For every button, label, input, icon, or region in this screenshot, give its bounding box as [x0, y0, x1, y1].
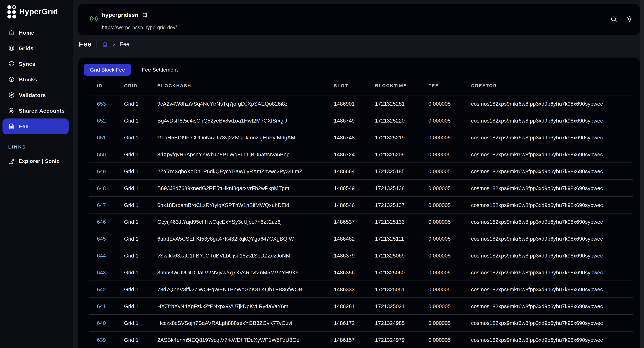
cube-icon [8, 76, 15, 83]
table-row: 644Grid 1vSwfkk63xaC1FBYoGTdBVLbUjsu18zs… [89, 247, 633, 264]
row-creator: cosmos182xps9mkr6w8fpp3xd9p6yhu7k98x690s… [463, 117, 633, 124]
row-slot: 1486748 [326, 134, 367, 140]
row-fee: 0.000005 [421, 337, 463, 343]
row-grid: Grid 1 [116, 269, 150, 275]
row-blocktime: 1721324979 [367, 337, 421, 343]
row-slot: 1486664 [326, 168, 367, 174]
tab-grid-block-fee[interactable]: Grid Block Fee [84, 64, 131, 76]
row-grid: Grid 1 [116, 168, 150, 174]
links-heading: LINKS [8, 144, 73, 149]
rpc-url: https://wsrpc-hssn.hypergrid.dev/ [102, 25, 177, 31]
sidebar-item-validators[interactable]: Validators [2, 87, 68, 103]
row-grid: Grid 1 [116, 202, 150, 208]
row-slot: 1486172 [326, 320, 367, 326]
row-blocktime: 1721325281 [367, 101, 421, 107]
hypergrid-logo-icon [7, 6, 16, 19]
row-grid: Grid 1 [116, 134, 150, 140]
row-blocktime: 1721325138 [367, 185, 421, 191]
table-row: 647Grid 16hx18DroamBroCLzRYtyiqXSPThW1hS… [89, 197, 633, 214]
row-blocktime: 1721325220 [367, 117, 421, 124]
row-id-link[interactable]: 646 [89, 219, 116, 225]
row-blocktime: 1721325060 [367, 269, 421, 275]
row-slot: 1486157 [326, 337, 367, 343]
table-row: 653Grid 19cA2v4W8hziVSq4NcYtrNsTq7jorgDJ… [89, 95, 633, 112]
row-id-link[interactable]: 649 [89, 168, 116, 174]
search-icon[interactable] [610, 16, 617, 23]
column-header-blockhash: BLOCKHASH [150, 83, 326, 88]
row-slot: 1486356 [326, 269, 367, 275]
page-title: Fee [79, 40, 92, 48]
row-blocktime: 1721325069 [367, 252, 421, 259]
row-id-link[interactable]: 652 [89, 117, 116, 124]
tab-fee-settlement[interactable]: Fee Settlement [136, 64, 184, 76]
row-fee: 0.000005 [421, 202, 463, 208]
row-fee: 0.000005 [421, 320, 463, 326]
row-blockhash: 2ZY7mXqhoXoDhLP6dkQEycYBaW6yRXmZhvwc2Py3… [150, 168, 326, 174]
row-fee: 0.000005 [421, 185, 463, 191]
row-blockhash: vSwfkk63xaC1FBYoGTdBVLbUjsu18zs1SpDZZdzJ… [150, 252, 326, 259]
row-id-link[interactable]: 653 [89, 101, 116, 107]
row-id-link[interactable]: 645 [89, 236, 116, 242]
row-slot: 1486482 [326, 236, 367, 242]
sidebar-item-fee[interactable]: Fee [2, 119, 68, 134]
row-slot: 1486901 [326, 101, 367, 107]
column-header-fee: FEE [421, 83, 463, 88]
row-id-link[interactable]: 642 [89, 286, 116, 292]
table-row: 651Grid 1GLaH5EDf9FrCUQnNxZT73vj2ZMqTkmn… [89, 129, 633, 146]
home-icon[interactable] [102, 41, 108, 47]
sidebar-item-blocks[interactable]: Blocks [2, 72, 68, 87]
sidebar-nav: HomeGridsSyncsBlocksValidatorsShared Acc… [0, 25, 73, 134]
row-id-link[interactable]: 651 [89, 134, 116, 140]
sidebar-item-syncs[interactable]: Syncs [2, 56, 68, 72]
row-blockhash: Hcczx8cSVSojn7SqAVRALgh888sekYGB3ZGvK77v… [150, 320, 326, 326]
row-grid: Grid 1 [116, 320, 150, 326]
row-grid: Grid 1 [116, 117, 150, 124]
sidebar-links: Explorer | Sonic [0, 153, 73, 169]
row-id-link[interactable]: 650 [89, 151, 116, 157]
sun-icon[interactable] [626, 16, 633, 23]
row-fee: 0.000005 [421, 134, 463, 140]
app-logo: HyperGrid [0, 0, 73, 19]
row-id-link[interactable]: 639 [89, 337, 116, 343]
row-fee: 0.000005 [421, 168, 463, 174]
row-id-link[interactable]: 641 [89, 303, 116, 309]
column-header-blocktime: BLOCKTIME [367, 83, 421, 88]
sidebar-item-grids[interactable]: Grids [2, 40, 68, 56]
row-grid: Grid 1 [116, 219, 150, 225]
app-window: HyperGrid HomeGridsSyncsBlocksValidators… [0, 0, 644, 348]
app-title: HyperGrid [19, 7, 58, 17]
network-header-card: hypergridssn https://wsrpc-hssn.hypergri… [78, 4, 640, 35]
sidebar-item-home[interactable]: Home [2, 25, 68, 40]
sidebar-link-label: Explorer | Sonic [18, 158, 60, 164]
row-slot: 1486379 [326, 252, 367, 259]
row-id-link[interactable]: 644 [89, 252, 116, 259]
row-blocktime: 1721325137 [367, 202, 421, 208]
sidebar-item-shared-accounts[interactable]: Shared Accounts [2, 103, 68, 118]
row-slot: 1486546 [326, 202, 367, 208]
row-id-link[interactable]: 647 [89, 202, 116, 208]
row-slot: 1486749 [326, 117, 367, 124]
scrollbar[interactable] [640, 0, 644, 348]
table-row: 646Grid 1Gcyrj463JtYajd95chHwCqcExYSy3cU… [89, 214, 633, 230]
table-row: 639Grid 12ASBk4enm5tEQ8197scqtV7rkWDhTDd… [89, 331, 633, 348]
row-slot: 1486261 [326, 303, 367, 309]
sidebar-link-explorer-sonic[interactable]: Explorer | Sonic [2, 153, 68, 169]
table-header-row: IDGRIDBLOCKHASHSLOTBLOCKTIMEFEECREATOR [89, 76, 633, 95]
row-id-link[interactable]: 643 [89, 269, 116, 275]
sidebar-item-label: Grids [19, 45, 34, 51]
compass-icon [8, 92, 15, 98]
row-creator: cosmos182xps9mkr6w8fpp3xd9p6yhu7k98x690s… [463, 185, 633, 191]
row-blocktime: 1721325209 [367, 151, 421, 157]
gear-icon[interactable] [142, 12, 148, 18]
sync-icon [8, 60, 15, 67]
row-blockhash: 78d7QZeV3ifk27iWQEgWENTBnWoGbK3TKQhTFB86… [150, 286, 326, 292]
row-creator: cosmos182xps9mkr6w8fpp3xd9p6yhu7k98x690s… [463, 168, 633, 174]
row-id-link[interactable]: 648 [89, 185, 116, 191]
row-blocktime: 1721325219 [367, 134, 421, 140]
table-row: 650Grid 18riXpvfgvH6ApsnYYWbJZ8PTWgFuq6j… [89, 146, 633, 163]
row-blocktime: 1721325051 [367, 286, 421, 292]
row-id-link[interactable]: 640 [89, 320, 116, 326]
row-creator: cosmos182xps9mkr6w8fpp3xd9p6yhu7k98x690s… [463, 134, 633, 140]
table-row: 645Grid 16ubttEvA5CSEFKt53y8ga47K432RqkQ… [89, 230, 633, 247]
table-row: 640Grid 1Hcczx8cSVSojn7SqAVRALgh888sekYG… [89, 315, 633, 331]
